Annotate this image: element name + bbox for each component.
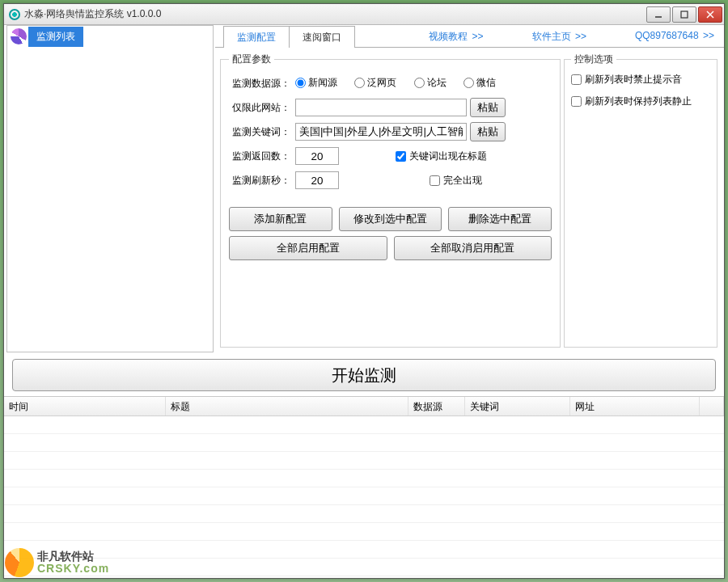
label-keywords: 监测关键词： (229, 125, 290, 139)
col-keyword[interactable]: 关键词 (465, 397, 570, 415)
radio-forum[interactable]: 论坛 (414, 76, 447, 90)
link-video-tutorial[interactable]: 视频教程 >> (429, 30, 483, 44)
controls-legend: 控制选项 (571, 53, 616, 66)
window-title: 水淼·网络舆情监控系统 v1.0.0.0 (24, 7, 645, 21)
radio-news[interactable]: 新闻源 (295, 76, 337, 90)
results-table: 时间 标题 数据源 关键词 网址 (4, 396, 724, 578)
site-input[interactable] (295, 99, 467, 116)
col-title[interactable]: 标题 (166, 397, 408, 415)
link-qq-contact[interactable]: QQ897687648 >> (635, 30, 714, 44)
chk-mute-label: 刷新列表时禁止提示音 (585, 73, 682, 86)
chk-full-appear[interactable] (430, 175, 440, 186)
paste-site-button[interactable]: 粘贴 (470, 98, 506, 117)
watermark-cn: 非凡软件站 (37, 550, 109, 563)
label-data-source: 监测数据源： (229, 77, 290, 91)
enable-all-button[interactable]: 全部启用配置 (229, 236, 387, 260)
table-row (4, 487, 724, 505)
sidebar-tab-monitor-list[interactable]: 监测列表 (28, 27, 83, 47)
tab-monitor-config[interactable]: 监测配置 (223, 26, 290, 48)
close-button[interactable] (698, 6, 722, 23)
config-params-group: 配置参数 监测数据源： 新闻源 泛网页 论坛 微信 仅限此网站： (220, 53, 561, 348)
return-count-input[interactable] (295, 147, 339, 165)
watermark: 非凡软件站 CRSKY.com (5, 548, 109, 577)
chk-mute-on-refresh[interactable] (571, 74, 582, 85)
top-nav: 监测配置 速阅窗口 视频教程 >> 软件主页 >> QQ897687648 >> (215, 25, 724, 48)
paste-keywords-button[interactable]: 粘贴 (470, 122, 506, 141)
watermark-icon (5, 548, 34, 577)
modify-config-button[interactable]: 修改到选中配置 (339, 207, 442, 231)
link-software-home[interactable]: 软件主页 >> (532, 30, 586, 44)
sidebar: 监测列表 (6, 25, 214, 352)
chk-keyword-in-title[interactable] (396, 151, 406, 162)
table-row (4, 559, 724, 576)
add-config-button[interactable]: 添加新配置 (229, 207, 332, 231)
label-refresh-sec: 监测刷新秒： (229, 174, 290, 188)
chk-full-appear-label: 完全出现 (443, 174, 482, 188)
radio-web[interactable]: 泛网页 (354, 76, 396, 90)
app-icon (9, 9, 20, 20)
radio-wechat[interactable]: 微信 (463, 76, 496, 90)
params-legend: 配置参数 (229, 53, 274, 66)
svg-rect-1 (681, 11, 688, 18)
titlebar[interactable]: 水淼·网络舆情监控系统 v1.0.0.0 (4, 4, 724, 25)
refresh-sec-input[interactable] (295, 171, 339, 189)
main-window: 水淼·网络舆情监控系统 v1.0.0.0 监测列表 监测配置 速阅窗口 视频教程… (3, 3, 725, 579)
table-row (4, 505, 724, 523)
chk-keyword-in-title-label: 关键词出现在标题 (409, 150, 487, 163)
data-source-radios: 新闻源 泛网页 论坛 微信 (295, 76, 510, 91)
chk-freeze-on-refresh[interactable] (571, 96, 582, 107)
tab-speed-read[interactable]: 速阅窗口 (289, 26, 355, 48)
control-options-group: 控制选项 刷新列表时禁止提示音 刷新列表时保持列表静止 (564, 53, 717, 348)
table-row (4, 541, 724, 559)
chk-freeze-label: 刷新列表时保持列表静止 (585, 95, 692, 108)
table-body (4, 416, 724, 578)
col-time[interactable]: 时间 (4, 397, 166, 415)
keywords-input[interactable] (295, 123, 467, 141)
minimize-button[interactable] (646, 6, 671, 23)
maximize-button[interactable] (672, 6, 696, 23)
table-row (4, 523, 724, 541)
table-row (4, 416, 724, 434)
swirl-icon (11, 28, 27, 44)
disable-all-button[interactable]: 全部取消启用配置 (394, 236, 552, 260)
col-source[interactable]: 数据源 (408, 397, 465, 415)
table-row (4, 434, 724, 452)
col-url[interactable]: 网址 (570, 397, 700, 415)
watermark-en: CRSKY.com (37, 563, 109, 575)
label-return-count: 监测返回数： (229, 150, 290, 163)
table-row (4, 470, 724, 487)
delete-config-button[interactable]: 删除选中配置 (448, 207, 552, 231)
start-monitor-button[interactable]: 开始监测 (12, 359, 716, 391)
col-extra[interactable] (700, 397, 724, 415)
label-site-only: 仅限此网站： (229, 101, 290, 115)
table-row (4, 452, 724, 470)
